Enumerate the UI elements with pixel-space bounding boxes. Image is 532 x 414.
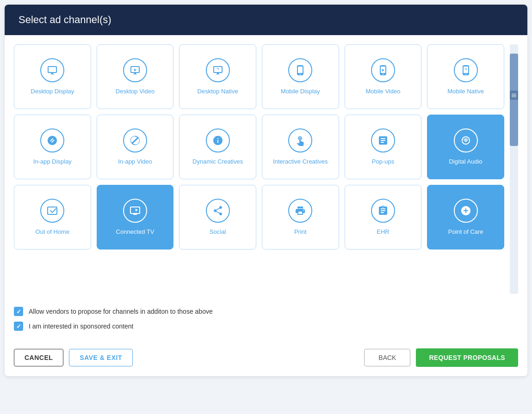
channel-label-connected-tv: Connected TV bbox=[116, 228, 155, 236]
cancel-button[interactable]: CANCEL bbox=[14, 349, 63, 366]
page-title: Select ad channel(s) bbox=[19, 14, 111, 25]
channel-label-social: Social bbox=[210, 228, 226, 236]
channel-card-digital-audio[interactable]: Digital Audio bbox=[427, 115, 504, 179]
checkbox-allow-vendors[interactable] bbox=[14, 307, 23, 316]
channel-label-interactive-creatives: Interactive Creatives bbox=[273, 158, 328, 166]
channel-card-social[interactable]: Social bbox=[179, 185, 256, 250]
audio-icon bbox=[454, 128, 478, 152]
checkboxes-container: Allow vendors to propose for channels in… bbox=[14, 307, 518, 331]
mobile-native-icon bbox=[454, 58, 478, 82]
popup-icon bbox=[371, 128, 395, 152]
channel-card-pop-ups[interactable]: Pop-ups bbox=[345, 115, 422, 179]
channel-label-out-of-home: Out of Home bbox=[35, 228, 69, 236]
inapp-icon bbox=[40, 128, 64, 152]
main-content: Desktop DisplayDesktop VideoDesktop Nati… bbox=[5, 35, 527, 298]
channel-card-interactive-creatives[interactable]: Interactive Creatives bbox=[262, 115, 339, 179]
handle-lines bbox=[512, 94, 516, 97]
scrollbar-thumb[interactable] bbox=[510, 54, 518, 146]
ehr-icon bbox=[371, 199, 395, 223]
mobile-icon bbox=[288, 58, 312, 82]
channel-label-desktop-video: Desktop Video bbox=[116, 88, 155, 96]
save-exit-button[interactable]: SAVE & EXIT bbox=[69, 349, 133, 366]
page-container: Select ad channel(s) Desktop DisplayDesk… bbox=[5, 5, 527, 376]
inapp-video-icon bbox=[123, 128, 147, 152]
scrollbar-handle[interactable] bbox=[510, 91, 518, 100]
channel-label-mobile-display: Mobile Display bbox=[281, 88, 320, 96]
channel-label-inapp-display: In-app Display bbox=[33, 158, 72, 166]
request-proposals-button[interactable]: REQUEST PROPOSALS bbox=[416, 348, 518, 367]
ctv-icon bbox=[123, 199, 147, 223]
back-button[interactable]: BACK bbox=[364, 349, 410, 366]
desktop-video-icon bbox=[123, 58, 147, 82]
checkbox-row-sponsored: I am interested in sponsored content bbox=[14, 322, 518, 331]
channel-label-mobile-video: Mobile Video bbox=[366, 88, 401, 96]
channel-card-desktop-video[interactable]: Desktop Video bbox=[97, 44, 174, 109]
channel-card-print[interactable]: Print bbox=[262, 185, 339, 250]
checkbox-sponsored[interactable] bbox=[14, 322, 23, 331]
channel-card-mobile-video[interactable]: Mobile Video bbox=[345, 44, 422, 109]
dynamic-icon bbox=[206, 128, 230, 152]
scrollbar[interactable] bbox=[510, 44, 518, 294]
channel-label-desktop-native: Desktop Native bbox=[198, 88, 238, 96]
page-header: Select ad channel(s) bbox=[5, 5, 527, 35]
checkbox-label-allow-vendors: Allow vendors to propose for channels in… bbox=[29, 308, 213, 315]
ooh-icon bbox=[40, 199, 64, 223]
channel-label-digital-audio: Digital Audio bbox=[449, 158, 483, 166]
channel-label-pop-ups: Pop-ups bbox=[372, 158, 394, 166]
channel-card-ehr[interactable]: EHR bbox=[345, 185, 422, 250]
channel-card-desktop-native[interactable]: Desktop Native bbox=[179, 44, 256, 109]
channel-label-mobile-native: Mobile Native bbox=[447, 88, 484, 96]
mobile-video-icon bbox=[371, 58, 395, 82]
channel-card-dynamic-creatives[interactable]: Dynamic Creatives bbox=[179, 115, 256, 179]
channel-grid-area: Desktop DisplayDesktop VideoDesktop Nati… bbox=[14, 44, 508, 294]
checkbox-label-sponsored: I am interested in sponsored content bbox=[29, 323, 133, 330]
channel-label-desktop-display: Desktop Display bbox=[31, 88, 74, 96]
channel-label-inapp-video: In-app Video bbox=[118, 158, 152, 166]
interactive-icon bbox=[288, 128, 312, 152]
channel-card-inapp-display[interactable]: In-app Display bbox=[14, 115, 91, 179]
channel-card-out-of-home[interactable]: Out of Home bbox=[14, 185, 91, 250]
channel-label-print: Print bbox=[294, 228, 307, 236]
print-icon bbox=[288, 199, 312, 223]
handle-line bbox=[512, 97, 516, 97]
desktop-icon bbox=[40, 58, 64, 82]
channel-label-dynamic-creatives: Dynamic Creatives bbox=[192, 158, 243, 166]
desktop-native-icon bbox=[206, 58, 230, 82]
handle-line bbox=[512, 94, 516, 94]
channel-card-mobile-native[interactable]: Mobile Native bbox=[427, 44, 504, 109]
checkbox-row-allow-vendors: Allow vendors to propose for channels in… bbox=[14, 307, 518, 316]
channel-card-connected-tv[interactable]: Connected TV bbox=[97, 185, 174, 250]
channel-card-mobile-display[interactable]: Mobile Display bbox=[262, 44, 339, 109]
channel-card-point-of-care[interactable]: Point of Care bbox=[427, 185, 504, 250]
channel-label-ehr: EHR bbox=[377, 228, 389, 236]
social-icon bbox=[206, 199, 230, 223]
channel-card-desktop-display[interactable]: Desktop Display bbox=[14, 44, 91, 109]
channel-label-point-of-care: Point of Care bbox=[448, 228, 483, 236]
channel-grid: Desktop DisplayDesktop VideoDesktop Nati… bbox=[14, 44, 508, 250]
channel-card-inapp-video[interactable]: In-app Video bbox=[97, 115, 174, 179]
checkboxes-area: Allow vendors to propose for channels in… bbox=[5, 298, 527, 341]
handle-line bbox=[512, 95, 516, 96]
footer-buttons: CANCEL SAVE & EXIT BACK REQUEST PROPOSAL… bbox=[5, 341, 527, 376]
poc-icon bbox=[454, 199, 478, 223]
